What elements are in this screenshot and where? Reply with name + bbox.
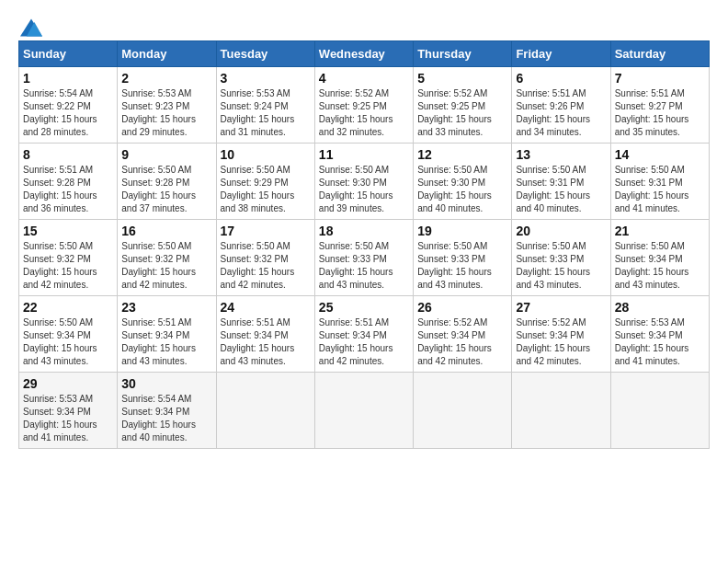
day-info: Sunrise: 5:50 AM Sunset: 9:34 PM Dayligh… (23, 316, 113, 368)
day-info: Sunrise: 5:51 AM Sunset: 9:34 PM Dayligh… (221, 316, 311, 368)
day-number: 26 (417, 300, 507, 315)
day-number: 6 (516, 71, 606, 86)
header-wednesday: Wednesday (314, 41, 413, 67)
calendar-cell: 17 Sunrise: 5:50 AM Sunset: 9:32 PM Dayl… (216, 220, 314, 296)
header-monday: Monday (118, 41, 216, 67)
day-info: Sunrise: 5:50 AM Sunset: 9:33 PM Dayligh… (417, 240, 507, 292)
day-info: Sunrise: 5:50 AM Sunset: 9:33 PM Dayligh… (516, 240, 606, 292)
calendar-cell (414, 373, 512, 449)
calendar-cell: 25 Sunrise: 5:51 AM Sunset: 9:34 PM Dayl… (314, 296, 413, 373)
day-info: Sunrise: 5:50 AM Sunset: 9:30 PM Dayligh… (319, 164, 409, 215)
day-info: Sunrise: 5:50 AM Sunset: 9:28 PM Dayligh… (121, 164, 211, 215)
day-number: 5 (417, 71, 507, 86)
calendar-cell: 30 Sunrise: 5:54 AM Sunset: 9:34 PM Dayl… (118, 373, 216, 449)
calendar-cell: 10 Sunrise: 5:50 AM Sunset: 9:29 PM Dayl… (216, 144, 314, 220)
day-info: Sunrise: 5:50 AM Sunset: 9:32 PM Dayligh… (121, 240, 211, 292)
calendar-row: 1 Sunrise: 5:54 AM Sunset: 9:22 PM Dayli… (19, 67, 710, 144)
calendar-cell: 24 Sunrise: 5:51 AM Sunset: 9:34 PM Dayl… (216, 296, 314, 373)
day-info: Sunrise: 5:52 AM Sunset: 9:34 PM Dayligh… (516, 316, 606, 368)
day-number: 23 (121, 300, 211, 315)
header-thursday: Thursday (414, 41, 512, 67)
day-number: 17 (221, 224, 311, 238)
calendar-cell: 13 Sunrise: 5:50 AM Sunset: 9:31 PM Dayl… (512, 144, 610, 220)
calendar-cell: 12 Sunrise: 5:50 AM Sunset: 9:30 PM Dayl… (414, 144, 512, 220)
day-info: Sunrise: 5:51 AM Sunset: 9:34 PM Dayligh… (121, 316, 211, 368)
day-number: 16 (121, 224, 211, 238)
day-number: 11 (319, 147, 409, 162)
calendar-row: 29 Sunrise: 5:53 AM Sunset: 9:34 PM Dayl… (19, 373, 710, 449)
header-sunday: Sunday (19, 41, 118, 67)
calendar-cell: 27 Sunrise: 5:52 AM Sunset: 9:34 PM Dayl… (512, 296, 610, 373)
calendar-row: 15 Sunrise: 5:50 AM Sunset: 9:32 PM Dayl… (19, 220, 710, 296)
day-info: Sunrise: 5:53 AM Sunset: 9:24 PM Dayligh… (221, 87, 311, 139)
day-number: 12 (417, 147, 507, 162)
logo-icon (20, 18, 42, 37)
calendar-cell: 8 Sunrise: 5:51 AM Sunset: 9:28 PM Dayli… (19, 144, 118, 220)
day-number: 9 (121, 147, 211, 162)
day-info: Sunrise: 5:54 AM Sunset: 9:22 PM Dayligh… (23, 87, 113, 139)
day-info: Sunrise: 5:50 AM Sunset: 9:33 PM Dayligh… (319, 240, 409, 292)
calendar-cell: 9 Sunrise: 5:50 AM Sunset: 9:28 PM Dayli… (118, 144, 216, 220)
calendar-cell (314, 373, 413, 449)
calendar-cell: 15 Sunrise: 5:50 AM Sunset: 9:32 PM Dayl… (19, 220, 118, 296)
calendar-cell: 21 Sunrise: 5:50 AM Sunset: 9:34 PM Dayl… (610, 220, 709, 296)
day-number: 2 (121, 71, 211, 86)
day-info: Sunrise: 5:52 AM Sunset: 9:25 PM Dayligh… (319, 87, 409, 139)
day-info: Sunrise: 5:50 AM Sunset: 9:29 PM Dayligh… (221, 164, 311, 215)
day-number: 19 (417, 224, 507, 238)
header-friday: Friday (512, 41, 610, 67)
day-info: Sunrise: 5:52 AM Sunset: 9:25 PM Dayligh… (417, 87, 507, 139)
day-number: 27 (516, 300, 606, 315)
calendar-cell: 16 Sunrise: 5:50 AM Sunset: 9:32 PM Dayl… (118, 220, 216, 296)
calendar-cell: 29 Sunrise: 5:53 AM Sunset: 9:34 PM Dayl… (19, 373, 118, 449)
calendar-cell: 26 Sunrise: 5:52 AM Sunset: 9:34 PM Dayl… (414, 296, 512, 373)
calendar-cell (610, 373, 709, 449)
logo (18, 18, 42, 31)
day-number: 3 (221, 71, 311, 86)
day-info: Sunrise: 5:53 AM Sunset: 9:34 PM Dayligh… (23, 393, 113, 444)
day-info: Sunrise: 5:51 AM Sunset: 9:28 PM Dayligh… (23, 164, 113, 215)
day-info: Sunrise: 5:54 AM Sunset: 9:34 PM Dayligh… (121, 393, 211, 444)
calendar-cell: 4 Sunrise: 5:52 AM Sunset: 9:25 PM Dayli… (314, 67, 413, 144)
day-number: 28 (615, 300, 705, 315)
day-number: 8 (23, 147, 113, 162)
calendar-cell: 28 Sunrise: 5:53 AM Sunset: 9:34 PM Dayl… (610, 296, 709, 373)
calendar-cell: 3 Sunrise: 5:53 AM Sunset: 9:24 PM Dayli… (216, 67, 314, 144)
calendar-cell: 7 Sunrise: 5:51 AM Sunset: 9:27 PM Dayli… (610, 67, 709, 144)
calendar-cell: 18 Sunrise: 5:50 AM Sunset: 9:33 PM Dayl… (314, 220, 413, 296)
day-info: Sunrise: 5:50 AM Sunset: 9:31 PM Dayligh… (615, 164, 705, 215)
calendar-row: 22 Sunrise: 5:50 AM Sunset: 9:34 PM Dayl… (19, 296, 710, 373)
day-number: 7 (615, 71, 705, 86)
day-number: 29 (23, 376, 113, 391)
calendar-cell: 23 Sunrise: 5:51 AM Sunset: 9:34 PM Dayl… (118, 296, 216, 373)
day-number: 15 (23, 224, 113, 238)
day-info: Sunrise: 5:52 AM Sunset: 9:34 PM Dayligh… (417, 316, 507, 368)
day-number: 13 (516, 147, 606, 162)
calendar-cell: 20 Sunrise: 5:50 AM Sunset: 9:33 PM Dayl… (512, 220, 610, 296)
calendar-cell: 6 Sunrise: 5:51 AM Sunset: 9:26 PM Dayli… (512, 67, 610, 144)
day-info: Sunrise: 5:53 AM Sunset: 9:23 PM Dayligh… (121, 87, 211, 139)
calendar-cell (216, 373, 314, 449)
day-info: Sunrise: 5:50 AM Sunset: 9:31 PM Dayligh… (516, 164, 606, 215)
calendar-row: 8 Sunrise: 5:51 AM Sunset: 9:28 PM Dayli… (19, 144, 710, 220)
header-tuesday: Tuesday (216, 41, 314, 67)
day-info: Sunrise: 5:53 AM Sunset: 9:34 PM Dayligh… (615, 316, 705, 368)
day-info: Sunrise: 5:50 AM Sunset: 9:30 PM Dayligh… (417, 164, 507, 215)
calendar-cell: 11 Sunrise: 5:50 AM Sunset: 9:30 PM Dayl… (314, 144, 413, 220)
day-number: 14 (615, 147, 705, 162)
header-saturday: Saturday (610, 41, 709, 67)
day-info: Sunrise: 5:51 AM Sunset: 9:34 PM Dayligh… (319, 316, 409, 368)
calendar-table: Sunday Monday Tuesday Wednesday Thursday… (18, 40, 710, 449)
day-number: 10 (221, 147, 311, 162)
day-number: 20 (516, 224, 606, 238)
day-number: 21 (615, 224, 705, 238)
day-number: 25 (319, 300, 409, 315)
day-info: Sunrise: 5:50 AM Sunset: 9:34 PM Dayligh… (615, 240, 705, 292)
day-info: Sunrise: 5:50 AM Sunset: 9:32 PM Dayligh… (221, 240, 311, 292)
calendar-cell: 19 Sunrise: 5:50 AM Sunset: 9:33 PM Dayl… (414, 220, 512, 296)
weekday-header-row: Sunday Monday Tuesday Wednesday Thursday… (19, 41, 710, 67)
calendar-cell: 5 Sunrise: 5:52 AM Sunset: 9:25 PM Dayli… (414, 67, 512, 144)
day-number: 18 (319, 224, 409, 238)
calendar-cell: 1 Sunrise: 5:54 AM Sunset: 9:22 PM Dayli… (19, 67, 118, 144)
day-info: Sunrise: 5:51 AM Sunset: 9:26 PM Dayligh… (516, 87, 606, 139)
